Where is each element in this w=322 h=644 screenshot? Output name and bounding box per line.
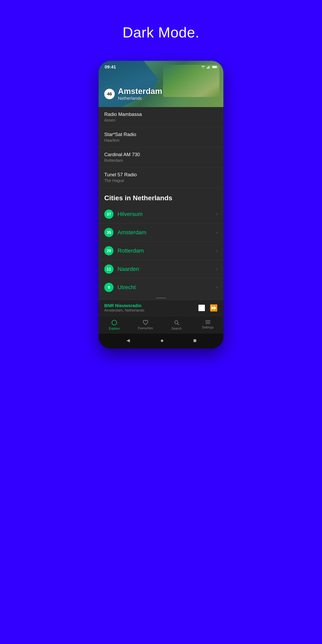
city-item-hilversum[interactable]: 37 Hilversum › (98, 205, 224, 224)
chevron-right-icon: › (216, 266, 218, 272)
now-playing-location: Amsterdam, Netherlands (104, 308, 144, 312)
station-item-cardinal[interactable]: Cardinal AM 730 Rotterdam (98, 147, 224, 168)
now-playing-station: BNR Nieuwsradio (104, 303, 144, 308)
station-name: Star*Sat Radio (104, 132, 218, 137)
city-name: Hilversum (118, 211, 216, 217)
android-home-button[interactable]: ● (160, 337, 164, 344)
nav-label-explore: Explore (109, 327, 120, 330)
nav-item-search[interactable]: Search (161, 320, 192, 330)
city-station-count: 46 (104, 89, 115, 99)
svg-rect-0 (207, 68, 208, 69)
android-recent-button[interactable]: ■ (193, 337, 196, 344)
svg-point-8 (175, 320, 178, 324)
status-icons (201, 66, 217, 69)
station-city: The Hague (104, 178, 218, 183)
city-country: Netherlands (118, 96, 162, 101)
city-name: Utrecht (118, 284, 216, 290)
city-name: Rotterdam (118, 248, 216, 254)
chevron-right-icon: › (216, 285, 218, 290)
city-count-badge: 11 (104, 264, 114, 274)
page-title: Dark Mode. (122, 24, 200, 41)
station-name: Tunel 57 Radio (104, 172, 218, 178)
station-item-tunel[interactable]: Tunel 57 Radio The Hague (98, 168, 224, 188)
svg-point-7 (112, 320, 117, 325)
city-count-badge: 35 (104, 228, 114, 237)
svg-rect-5 (216, 66, 217, 68)
city-count-badge: 9 (104, 283, 114, 292)
stop-button[interactable] (198, 305, 205, 311)
player-controls: ⏩ (198, 304, 218, 312)
android-back-button[interactable]: ◄ (126, 337, 131, 344)
search-icon (174, 320, 180, 326)
status-time: 09:41 (105, 64, 116, 70)
city-item-naarden[interactable]: 11 Naarden › (98, 260, 224, 278)
station-name: Cardinal AM 730 (104, 152, 218, 158)
city-count-badge: 37 (104, 210, 114, 219)
scroll-indicator (156, 298, 166, 298)
nav-label-favourites: Favourites (138, 326, 153, 330)
wifi-icon (201, 66, 205, 69)
settings-icon (205, 320, 211, 324)
station-name: Radio Mambassa (104, 112, 218, 117)
city-item-amsterdam[interactable]: 35 Amsterdam › (98, 224, 224, 242)
svg-rect-6 (212, 66, 216, 68)
now-playing-info: BNR Nieuwsradio Amsterdam, Netherlands (104, 303, 144, 312)
station-city: Rotterdam (104, 158, 218, 163)
explore-icon (111, 320, 117, 326)
chevron-right-icon: › (216, 212, 218, 217)
station-item-starsat[interactable]: Star*Sat Radio Haarlem (98, 127, 224, 147)
svg-rect-2 (208, 66, 209, 69)
city-count-badge: 20 (104, 246, 114, 256)
cities-section-header: Cities in Netherlands (98, 188, 224, 205)
svg-rect-3 (209, 66, 210, 69)
nav-label-settings: Settings (202, 326, 214, 329)
city-name: Amsterdam (118, 229, 216, 236)
chevron-right-icon: › (216, 248, 218, 253)
city-name: Amsterdam (118, 87, 162, 96)
city-item-rotterdam[interactable]: 20 Rotterdam › (98, 242, 224, 260)
svg-rect-1 (208, 67, 208, 69)
station-city: Assen (104, 118, 218, 122)
svg-line-9 (178, 324, 179, 325)
now-playing-bar: BNR Nieuwsradio Amsterdam, Netherlands ⏩ (98, 300, 224, 316)
city-info: Amsterdam Netherlands (118, 87, 162, 101)
forward-button[interactable]: ⏩ (210, 304, 218, 312)
map-header: 09:41 (98, 61, 224, 107)
city-badge: 46 Amsterdam Netherlands (104, 87, 162, 101)
status-bar: 09:41 (98, 61, 224, 70)
content-area: Radio Mambassa Assen Star*Sat Radio Haar… (98, 107, 224, 300)
nav-item-settings[interactable]: Settings (192, 320, 224, 330)
station-item-radio-mambassa[interactable]: Radio Mambassa Assen (98, 107, 224, 127)
phone-frame: 09:41 (98, 61, 224, 348)
chevron-right-icon: › (216, 230, 218, 235)
nav-label-search: Search (172, 327, 182, 330)
heart-icon (142, 320, 148, 325)
city-item-utrecht[interactable]: 9 Utrecht › (98, 278, 224, 296)
signal-icon (207, 66, 210, 69)
battery-icon (212, 66, 217, 68)
android-nav-bar: ◄ ● ■ (98, 334, 224, 348)
bottom-nav: Explore Favourites Search Settings (98, 316, 224, 334)
station-city: Haarlem (104, 138, 218, 143)
nav-item-favourites[interactable]: Favourites (130, 320, 161, 330)
city-name: Naarden (118, 266, 216, 272)
nav-item-explore[interactable]: Explore (98, 320, 130, 330)
